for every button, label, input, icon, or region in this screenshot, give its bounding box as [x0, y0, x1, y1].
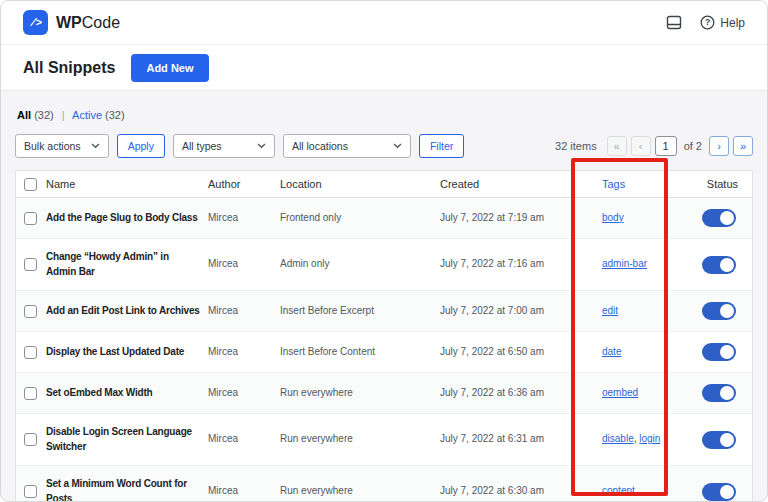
snippet-location: Insert Before Content [280, 345, 440, 360]
snippet-name[interactable]: Set oEmbed Max Width [46, 386, 208, 401]
view-all-count: (32) [34, 109, 54, 121]
wpcode-snippets-page: /> WPCode ? Help All Snippets Add New Al… [0, 0, 768, 502]
prev-page-button: ‹ [631, 136, 651, 156]
page-title: All Snippets [23, 59, 115, 77]
bulk-actions-select[interactable]: Bulk actions [15, 134, 109, 158]
toggle-knob [720, 211, 734, 225]
view-all-link[interactable]: All (32) [17, 109, 54, 121]
snippets-table: Name Author Location Created Tags Status… [15, 170, 753, 502]
tag-link[interactable]: content [602, 485, 635, 496]
locations-filter-select[interactable]: All locations [283, 134, 411, 158]
types-filter-select[interactable]: All types [173, 134, 275, 158]
bulk-actions-label: Bulk actions [24, 140, 81, 152]
snippet-location: Frontend only [280, 211, 440, 226]
pagination: 32 items « ‹ of 2 › » [555, 136, 753, 156]
chevron-down-icon [91, 143, 100, 149]
add-new-button[interactable]: Add New [131, 54, 208, 82]
snippet-author: Mircea [208, 432, 280, 447]
snippet-author: Mircea [208, 345, 280, 360]
next-page-button[interactable]: › [709, 136, 729, 156]
apply-button[interactable]: Apply [117, 134, 165, 158]
row-checkbox[interactable] [24, 387, 37, 400]
help-label: Help [720, 16, 745, 30]
header-created: Created [440, 178, 574, 190]
status-toggle[interactable] [702, 209, 736, 227]
header-tags[interactable]: Tags [574, 178, 666, 190]
snippet-created: July 7, 2022 at 6:30 am [440, 484, 574, 499]
locations-filter-label: All locations [292, 140, 348, 152]
tag-link[interactable]: edit [602, 305, 618, 316]
row-checkbox[interactable] [24, 212, 37, 225]
tag-link[interactable]: body [602, 212, 624, 223]
snippet-name[interactable]: Change “Howdy Admin” in Admin Bar [46, 250, 208, 279]
status-toggle[interactable] [702, 431, 736, 449]
brand-name-bold: WP [56, 14, 82, 31]
status-toggle[interactable] [702, 256, 736, 274]
snippet-created: July 7, 2022 at 7:19 am [440, 211, 574, 226]
snippet-name[interactable]: Add the Page Slug to Body Class [46, 211, 208, 226]
snippet-tags: content [574, 484, 666, 499]
snippet-location: Insert Before Excerpt [280, 304, 440, 319]
view-filter-links: All (32) | Active (32) [17, 109, 751, 121]
status-toggle[interactable] [702, 343, 736, 361]
table-toolbar: Bulk actions Apply All types All locatio… [15, 133, 753, 159]
first-page-button: « [607, 136, 627, 156]
table-row: Display the Last Updated Date Mircea Ins… [16, 332, 752, 373]
types-filter-label: All types [182, 140, 222, 152]
snippet-created: July 7, 2022 at 6:31 am [440, 432, 574, 447]
table-header-row: Name Author Location Created Tags Status [16, 171, 752, 198]
tag-link[interactable]: disable [602, 433, 634, 444]
row-checkbox[interactable] [24, 346, 37, 359]
view-active-count: (32) [105, 109, 125, 121]
toggle-knob [720, 433, 734, 447]
tag-link[interactable]: date [602, 346, 621, 357]
row-checkbox[interactable] [24, 485, 37, 498]
question-mark-icon: ? [700, 15, 715, 30]
snippet-name[interactable]: Display the Last Updated Date [46, 345, 208, 360]
status-toggle[interactable] [702, 302, 736, 320]
table-row: Disable Login Screen Language Switcher M… [16, 414, 752, 466]
status-toggle[interactable] [702, 483, 736, 501]
tag-link[interactable]: login [639, 433, 660, 444]
snippet-tags: admin-bar [574, 257, 666, 272]
tag-link[interactable]: admin-bar [602, 258, 647, 269]
admin-top-bar: /> WPCode ? Help [1, 1, 767, 45]
chevron-down-icon [257, 143, 266, 149]
snippet-location: Run everywhere [280, 386, 440, 401]
toggle-knob [720, 386, 734, 400]
header-status: Status [666, 178, 752, 190]
snippet-author: Mircea [208, 211, 280, 226]
select-all-checkbox[interactable] [24, 178, 37, 191]
help-link[interactable]: ? Help [700, 15, 745, 30]
row-checkbox[interactable] [24, 258, 37, 271]
snippet-name[interactable]: Set a Minimum Word Count for Posts [46, 477, 208, 502]
items-count: 32 items [555, 140, 597, 152]
tag-link[interactable]: oembed [602, 387, 638, 398]
status-toggle[interactable] [702, 384, 736, 402]
snippet-location: Admin only [280, 257, 440, 272]
toggle-knob [720, 258, 734, 272]
snippet-tags: oembed [574, 386, 666, 401]
table-row: Change “Howdy Admin” in Admin Bar Mircea… [16, 239, 752, 291]
table-row: Set oEmbed Max Width Mircea Run everywhe… [16, 373, 752, 414]
snippet-name[interactable]: Add an Edit Post Link to Archives [46, 304, 208, 319]
row-checkbox[interactable] [24, 433, 37, 446]
view-all-label: All [17, 109, 31, 121]
snippet-tags: disable, login [574, 432, 666, 447]
view-active-link[interactable]: Active (32) [72, 109, 125, 121]
logo-glyph: /> [30, 17, 41, 29]
chevron-down-icon [393, 143, 402, 149]
filter-button[interactable]: Filter [419, 134, 464, 158]
snippet-author: Mircea [208, 484, 280, 499]
snippet-created: July 7, 2022 at 6:36 am [440, 386, 574, 401]
topbar-actions: ? Help [666, 15, 745, 30]
docs-icon[interactable] [666, 15, 682, 30]
current-page-input[interactable] [655, 136, 677, 156]
header-name: Name [46, 178, 208, 190]
row-checkbox[interactable] [24, 305, 37, 318]
table-row: Set a Minimum Word Count for Posts Mirce… [16, 466, 752, 502]
svg-text:?: ? [705, 17, 710, 27]
snippet-tags: body [574, 211, 666, 226]
snippet-name[interactable]: Disable Login Screen Language Switcher [46, 425, 208, 454]
last-page-button[interactable]: » [733, 136, 753, 156]
